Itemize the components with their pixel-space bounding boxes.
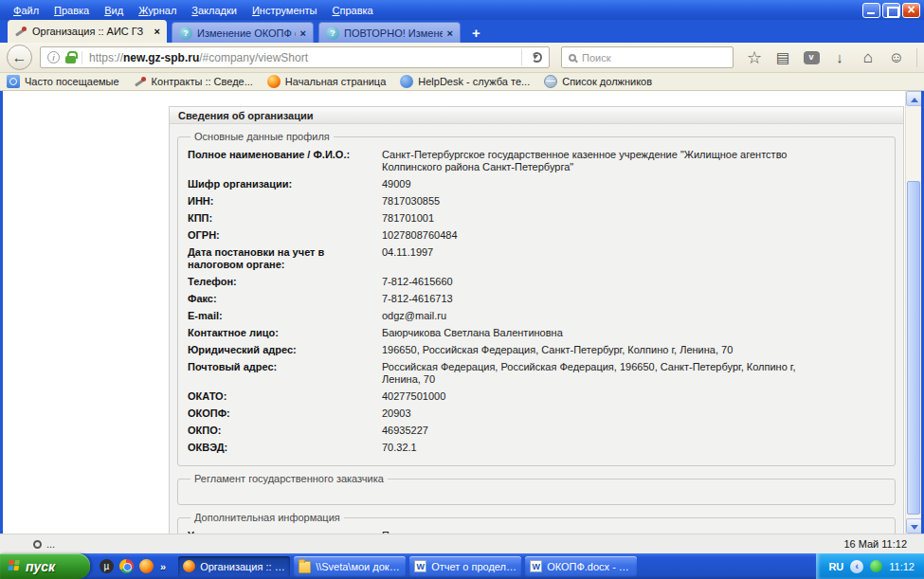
bookmark-label: Часто посещаемые: [25, 76, 119, 87]
section-main-profile: Основные данные профиля Полное наименова…: [177, 131, 896, 466]
downloads-icon[interactable]: [831, 49, 848, 66]
tab-close-icon[interactable]: ×: [447, 27, 453, 39]
status-addon-icon[interactable]: [33, 540, 42, 549]
menu-item[interactable]: Правка: [46, 2, 97, 19]
history-icon: [7, 75, 20, 88]
field-row: ОГРН:1027808760484: [188, 229, 885, 242]
globe-icon: [544, 75, 557, 88]
field-label: КПП:: [188, 212, 382, 225]
field-row: Факс:7-812-4616713: [188, 293, 885, 305]
field-value: odgz@mail.ru: [382, 310, 446, 322]
menu-item[interactable]: Справка: [325, 2, 381, 19]
vertical-scrollbar[interactable]: [905, 91, 921, 534]
field-value: 40277501000: [382, 390, 445, 403]
hello-chat-icon[interactable]: [888, 49, 905, 66]
bookmarks-menu-icon[interactable]: [774, 49, 791, 66]
quick-launch-overflow-icon[interactable]: »: [160, 561, 166, 572]
taskbar-task-button[interactable]: \\Sveta\мои докумен...: [294, 556, 406, 577]
toolbar-icons: [746, 48, 924, 67]
tab-close-icon[interactable]: ×: [300, 27, 306, 39]
url-text: https://new.gz-spb.ru/#company/viewShort: [82, 51, 516, 64]
secure-lock-icon[interactable]: [65, 56, 76, 63]
field-row: Дата постановки на учет в налоговом орга…: [188, 246, 885, 271]
scrollbar-thumb[interactable]: [907, 181, 920, 515]
browser-tab[interactable]: ПОВТОРНО! Изменение ОКО...×: [318, 22, 461, 43]
field-value: Баюрчикова Светлана Валентиновна: [382, 327, 563, 339]
task-buttons: Организация :: АИС ...\\Sveta\мои докуме…: [178, 556, 637, 577]
start-button[interactable]: пуск: [0, 553, 90, 579]
minimize-button[interactable]: [862, 3, 880, 18]
section-title: Основные данные профиля: [190, 131, 334, 142]
taskbar-task-button[interactable]: Отчет о проделанн...: [409, 556, 521, 577]
bookmark-label: Список должников: [562, 76, 652, 87]
field-label: Полное наименование / Ф.И.О.:: [188, 149, 382, 173]
task-title: Отчет о проделанн...: [431, 561, 516, 572]
tab-bar: Организация :: АИС ГЗ×Изменение ОКОПФ ор…: [0, 20, 924, 43]
url-bar[interactable]: https://new.gz-spb.ru/#company/viewShort: [40, 46, 550, 68]
field-value: 196650, Российская Федерация, Санкт-Пете…: [382, 344, 733, 356]
home-icon[interactable]: [860, 49, 877, 66]
search-input[interactable]: Поиск: [561, 46, 734, 68]
field-row: Телефон:7-812-4615660: [188, 276, 885, 288]
close-button[interactable]: [902, 3, 920, 18]
field-label: Шифр организации:: [188, 178, 382, 190]
field-value: Российская Федерация, Российская Федерац…: [382, 361, 810, 386]
bookmark-item[interactable]: Список должников: [544, 75, 652, 88]
bookmarks-bar: Часто посещаемыеКонтракты :: Сведе...Нач…: [0, 73, 924, 91]
taskbar: пуск » Организация :: АИС ...\\Sveta\мои…: [0, 553, 924, 579]
field-row: Полное наименование / Ф.И.О.:Санкт-Петер…: [188, 149, 885, 173]
navigation-toolbar: ← https://new.gz-spb.ru/#company/viewSho…: [0, 43, 924, 73]
firefox-icon[interactable]: [139, 559, 154, 573]
menu-item[interactable]: Файл: [6, 2, 46, 19]
tab-close-icon[interactable]: ×: [154, 26, 160, 37]
hide-icons-chevron-icon[interactable]: ‹: [850, 560, 863, 573]
pocket-icon[interactable]: [803, 49, 820, 66]
firefox-icon: [183, 560, 195, 572]
taskbar-task-button[interactable]: ОКОПФ.docx - Micro...: [525, 556, 637, 577]
reload-icon[interactable]: [532, 52, 542, 63]
field-row: ОКВЭД:70.32.1: [188, 442, 885, 454]
field-value: Санкт-Петербургское государственное казе…: [382, 149, 810, 173]
section-title: Дополнительная информация: [190, 512, 344, 523]
field-label: E-mail:: [188, 310, 382, 322]
browser-tab[interactable]: Организация :: АИС ГЗ×: [8, 20, 167, 43]
windows-logo-icon: [8, 560, 22, 572]
bookmark-item[interactable]: HelpDesk - служба те...: [400, 75, 530, 88]
word-icon: [530, 560, 542, 572]
field-value: 46935227: [382, 425, 428, 437]
back-button[interactable]: ←: [7, 45, 32, 70]
bookmark-item[interactable]: Часто посещаемые: [7, 75, 119, 88]
word-icon: [414, 560, 426, 572]
start-label: пуск: [26, 559, 55, 574]
bookmark-star-icon[interactable]: [746, 49, 763, 66]
status-text: ...: [46, 538, 55, 550]
browser-window: ФайлПравкаВидЖурналЗакладкиИнструментыСп…: [0, 0, 924, 579]
taskbar-task-button[interactable]: Организация :: АИС ...: [178, 556, 290, 577]
window-controls: [862, 3, 924, 18]
field-value: 781701001: [382, 212, 434, 225]
utorrent-icon[interactable]: [100, 559, 114, 573]
network-status-icon[interactable]: [870, 560, 882, 572]
field-label: Почтовый адрес:: [188, 361, 382, 386]
bookmark-item[interactable]: Начальная страница: [267, 75, 386, 88]
new-tab-button[interactable]: +: [461, 25, 492, 41]
field-label: Юридический адрес:: [188, 344, 382, 356]
menu-item[interactable]: Журнал: [131, 2, 184, 19]
language-indicator[interactable]: RU: [828, 561, 843, 572]
helpdesk-icon: [400, 75, 413, 88]
field-label: Факс:: [188, 293, 382, 305]
restore-button[interactable]: [882, 3, 900, 18]
scroll-down-icon[interactable]: [906, 518, 921, 534]
field-label: ОКОПФ:: [188, 407, 382, 420]
field-row: ОКПО:46935227: [188, 425, 885, 437]
browser-tab[interactable]: Изменение ОКОПФ организ...×: [172, 22, 314, 43]
field-row: ОКАТО:40277501000: [188, 390, 885, 403]
menu-item[interactable]: Вид: [97, 2, 131, 19]
menu-item[interactable]: Закладки: [184, 2, 245, 19]
scroll-up-icon[interactable]: [906, 91, 921, 106]
page-info-icon[interactable]: [47, 51, 60, 63]
menu-item[interactable]: Инструменты: [245, 2, 325, 19]
bookmark-item[interactable]: Контракты :: Сведе...: [134, 75, 253, 88]
chrome-icon[interactable]: [119, 559, 134, 573]
section-title: Регламент государственного заказчика: [190, 473, 388, 484]
